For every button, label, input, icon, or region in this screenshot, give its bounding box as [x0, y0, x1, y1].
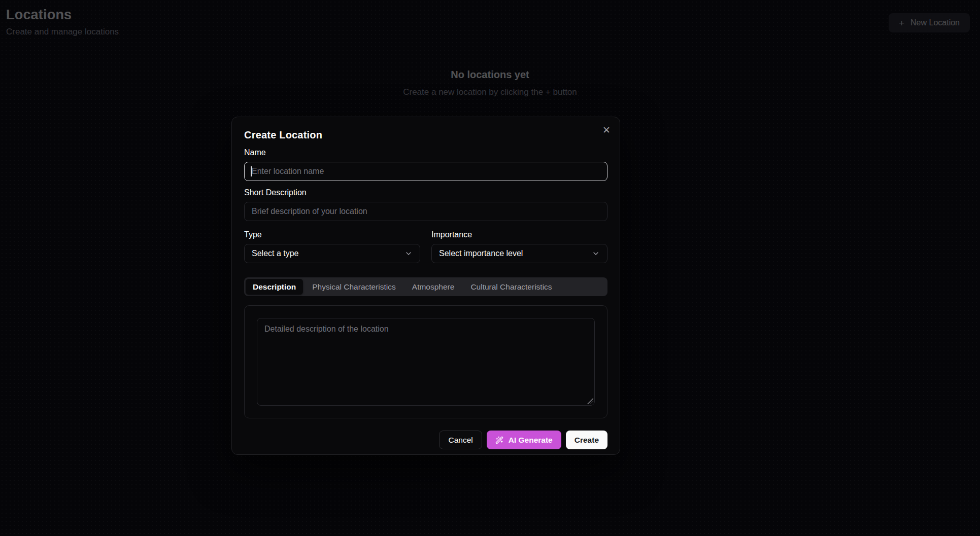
- characteristics-tabbar: Description Physical Characteristics Atm…: [244, 277, 607, 296]
- tab-atmosphere[interactable]: Atmosphere: [405, 279, 462, 295]
- ai-generate-label: AI Generate: [509, 436, 553, 445]
- tab-physical-characteristics[interactable]: Physical Characteristics: [305, 279, 403, 295]
- name-label: Name: [244, 148, 607, 157]
- short-description-input[interactable]: [244, 202, 607, 221]
- modal-footer: Cancel AI Generate Create: [244, 431, 607, 449]
- wand-sparkles-icon: [495, 436, 503, 444]
- name-input[interactable]: [244, 162, 607, 181]
- modal-title: Create Location: [244, 129, 607, 141]
- create-label: Create: [575, 436, 599, 445]
- description-tab-panel: [244, 305, 607, 418]
- cancel-label: Cancel: [448, 436, 472, 445]
- tab-description[interactable]: Description: [246, 279, 303, 295]
- chevron-down-icon: [404, 249, 413, 258]
- ai-generate-button[interactable]: AI Generate: [487, 431, 561, 449]
- detailed-description-textarea[interactable]: [257, 318, 595, 406]
- close-icon[interactable]: ✕: [602, 125, 611, 135]
- type-label: Type: [244, 230, 420, 239]
- cancel-button[interactable]: Cancel: [439, 431, 482, 449]
- importance-field: Importance Select importance level: [431, 223, 607, 263]
- importance-select-value: Select importance level: [439, 249, 523, 258]
- text-cursor: [251, 166, 252, 176]
- create-location-modal: ✕ Create Location Name Short Description…: [231, 117, 620, 455]
- importance-select[interactable]: Select importance level: [431, 244, 607, 263]
- type-field: Type Select a type: [244, 223, 420, 263]
- chevron-down-icon: [592, 249, 600, 258]
- importance-label: Importance: [431, 230, 607, 239]
- create-button[interactable]: Create: [566, 431, 607, 449]
- type-select-value: Select a type: [252, 249, 299, 258]
- type-select[interactable]: Select a type: [244, 244, 420, 263]
- short-description-label: Short Description: [244, 188, 607, 197]
- tab-cultural-characteristics[interactable]: Cultural Characteristics: [463, 279, 559, 295]
